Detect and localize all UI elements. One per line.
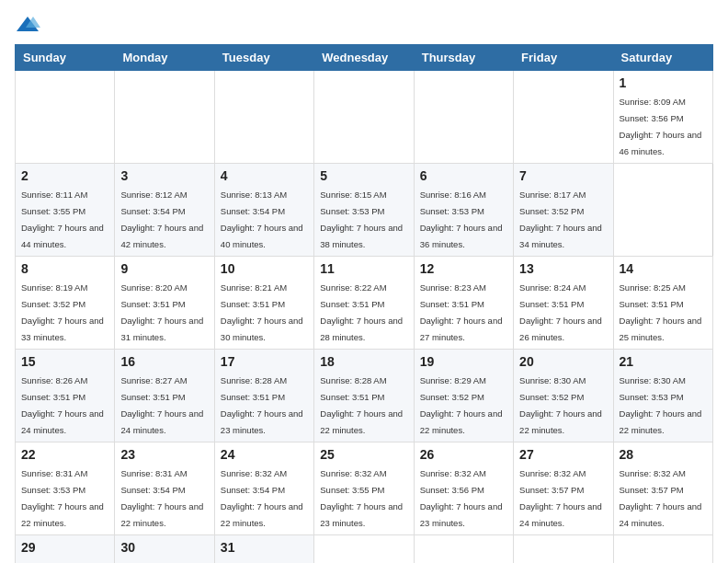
day-cell: 30Sunrise: 8:32 AMSunset: 3:59 PMDayligh… — [115, 535, 214, 564]
day-number: 1 — [620, 75, 707, 90]
day-info: Sunrise: 8:29 AMSunset: 3:52 PMDaylight:… — [420, 375, 503, 435]
day-cell: 31Sunrise: 8:32 AMSunset: 4:00 PMDayligh… — [214, 535, 313, 564]
day-cell: 18Sunrise: 8:28 AMSunset: 3:51 PMDayligh… — [314, 350, 414, 442]
empty-day-cell — [414, 71, 513, 164]
day-number: 16 — [120, 354, 208, 369]
empty-day-cell — [514, 71, 613, 164]
calendar-week-row: 29Sunrise: 8:32 AMSunset: 3:58 PMDayligh… — [16, 535, 713, 564]
empty-day-cell — [514, 535, 613, 564]
calendar-header-row: SundayMondayTuesdayWednesdayThursdayFrid… — [16, 45, 713, 71]
day-cell: 14Sunrise: 8:25 AMSunset: 3:51 PMDayligh… — [613, 257, 712, 350]
day-of-week-header: Saturday — [613, 45, 712, 71]
day-cell: 4Sunrise: 8:13 AMSunset: 3:54 PMDaylight… — [214, 164, 313, 257]
day-of-week-header: Tuesday — [214, 45, 313, 71]
day-cell: 26Sunrise: 8:32 AMSunset: 3:56 PMDayligh… — [414, 442, 513, 535]
day-number: 27 — [519, 447, 607, 462]
day-info: Sunrise: 8:32 AMSunset: 3:54 PMDaylight:… — [221, 468, 303, 528]
logo — [15, 15, 44, 35]
empty-day-cell — [613, 535, 712, 564]
day-number: 29 — [21, 540, 108, 555]
day-info: Sunrise: 8:32 AMSunset: 3:55 PMDaylight:… — [320, 468, 403, 528]
day-cell: 17Sunrise: 8:28 AMSunset: 3:51 PMDayligh… — [214, 350, 313, 442]
day-cell: 6Sunrise: 8:16 AMSunset: 3:53 PMDaylight… — [414, 164, 513, 257]
calendar-week-row: 15Sunrise: 8:26 AMSunset: 3:51 PMDayligh… — [16, 350, 713, 442]
day-cell: 22Sunrise: 8:31 AMSunset: 3:53 PMDayligh… — [16, 442, 115, 535]
logo-icon — [15, 15, 40, 35]
day-number: 21 — [620, 354, 707, 369]
day-number: 17 — [221, 354, 308, 369]
empty-day-cell — [115, 71, 214, 164]
day-number: 19 — [420, 354, 507, 369]
day-info: Sunrise: 8:20 AMSunset: 3:51 PMDaylight:… — [120, 282, 203, 342]
calendar-body: 1Sunrise: 8:09 AMSunset: 3:56 PMDaylight… — [16, 71, 713, 564]
day-cell: 25Sunrise: 8:32 AMSunset: 3:55 PMDayligh… — [314, 442, 414, 535]
day-number: 31 — [221, 540, 308, 555]
day-number: 6 — [420, 168, 507, 183]
day-cell: 19Sunrise: 8:29 AMSunset: 3:52 PMDayligh… — [414, 350, 513, 442]
day-cell: 5Sunrise: 8:15 AMSunset: 3:53 PMDaylight… — [314, 164, 414, 257]
day-cell: 9Sunrise: 8:20 AMSunset: 3:51 PMDaylight… — [115, 257, 214, 350]
day-info: Sunrise: 8:13 AMSunset: 3:54 PMDaylight:… — [221, 190, 303, 249]
day-info: Sunrise: 8:15 AMSunset: 3:53 PMDaylight:… — [320, 190, 403, 249]
calendar-week-row: 2Sunrise: 8:11 AMSunset: 3:55 PMDaylight… — [16, 164, 713, 257]
day-cell: 29Sunrise: 8:32 AMSunset: 3:58 PMDayligh… — [16, 535, 115, 564]
day-info: Sunrise: 8:24 AMSunset: 3:51 PMDaylight:… — [519, 282, 602, 342]
day-number: 3 — [120, 168, 208, 183]
day-number: 11 — [320, 261, 407, 276]
day-info: Sunrise: 8:16 AMSunset: 3:53 PMDaylight:… — [420, 190, 503, 249]
day-of-week-header: Thursday — [414, 45, 513, 71]
day-info: Sunrise: 8:27 AMSunset: 3:51 PMDaylight:… — [120, 375, 203, 435]
day-cell: 16Sunrise: 8:27 AMSunset: 3:51 PMDayligh… — [115, 350, 214, 442]
calendar-week-row: 8Sunrise: 8:19 AMSunset: 3:52 PMDaylight… — [16, 257, 713, 350]
empty-day-cell — [16, 71, 115, 164]
day-cell: 10Sunrise: 8:21 AMSunset: 3:51 PMDayligh… — [214, 257, 313, 350]
day-number: 9 — [120, 261, 208, 276]
day-number: 22 — [21, 447, 108, 462]
day-info: Sunrise: 8:28 AMSunset: 3:51 PMDaylight:… — [221, 375, 303, 435]
day-number: 20 — [519, 354, 607, 369]
day-number: 8 — [21, 261, 108, 276]
day-of-week-header: Friday — [514, 45, 613, 71]
day-number: 13 — [519, 261, 607, 276]
day-cell: 20Sunrise: 8:30 AMSunset: 3:52 PMDayligh… — [514, 350, 613, 442]
empty-day-cell — [314, 535, 414, 564]
day-info: Sunrise: 8:23 AMSunset: 3:51 PMDaylight:… — [420, 282, 503, 342]
day-number: 18 — [320, 354, 407, 369]
day-info: Sunrise: 8:09 AMSunset: 3:56 PMDaylight:… — [620, 97, 702, 156]
day-info: Sunrise: 8:32 AMSunset: 3:57 PMDaylight:… — [519, 468, 602, 528]
day-info: Sunrise: 8:28 AMSunset: 3:51 PMDaylight:… — [320, 375, 403, 435]
day-cell: 23Sunrise: 8:31 AMSunset: 3:54 PMDayligh… — [115, 442, 214, 535]
day-number: 12 — [420, 261, 507, 276]
day-cell: 12Sunrise: 8:23 AMSunset: 3:51 PMDayligh… — [414, 257, 513, 350]
day-number: 14 — [620, 261, 707, 276]
day-of-week-header: Sunday — [16, 45, 115, 71]
day-number: 4 — [221, 168, 308, 183]
calendar-week-row: 1Sunrise: 8:09 AMSunset: 3:56 PMDaylight… — [16, 71, 713, 164]
day-number: 7 — [519, 168, 607, 183]
day-cell: 21Sunrise: 8:30 AMSunset: 3:53 PMDayligh… — [613, 350, 712, 442]
day-cell: 28Sunrise: 8:32 AMSunset: 3:57 PMDayligh… — [613, 442, 712, 535]
day-info: Sunrise: 8:31 AMSunset: 3:54 PMDaylight:… — [120, 468, 203, 528]
day-of-week-header: Wednesday — [314, 45, 414, 71]
day-number: 23 — [120, 447, 208, 462]
day-info: Sunrise: 8:31 AMSunset: 3:53 PMDaylight:… — [21, 468, 104, 528]
day-number: 28 — [620, 447, 707, 462]
day-info: Sunrise: 8:12 AMSunset: 3:54 PMDaylight:… — [120, 190, 203, 249]
day-cell: 8Sunrise: 8:19 AMSunset: 3:52 PMDaylight… — [16, 257, 115, 350]
day-cell: 13Sunrise: 8:24 AMSunset: 3:51 PMDayligh… — [514, 257, 613, 350]
day-info: Sunrise: 8:19 AMSunset: 3:52 PMDaylight:… — [21, 282, 104, 342]
day-cell: 15Sunrise: 8:26 AMSunset: 3:51 PMDayligh… — [16, 350, 115, 442]
day-info: Sunrise: 8:30 AMSunset: 3:52 PMDaylight:… — [519, 375, 602, 435]
day-cell: 27Sunrise: 8:32 AMSunset: 3:57 PMDayligh… — [514, 442, 613, 535]
day-cell: 24Sunrise: 8:32 AMSunset: 3:54 PMDayligh… — [214, 442, 313, 535]
day-cell: 3Sunrise: 8:12 AMSunset: 3:54 PMDaylight… — [115, 164, 214, 257]
day-cell: 2Sunrise: 8:11 AMSunset: 3:55 PMDaylight… — [16, 164, 115, 257]
day-number: 30 — [120, 540, 208, 555]
day-cell: 1Sunrise: 8:09 AMSunset: 3:56 PMDaylight… — [613, 71, 712, 164]
day-info: Sunrise: 8:32 AMSunset: 3:57 PMDaylight:… — [620, 468, 702, 528]
empty-day-cell — [214, 71, 313, 164]
day-info: Sunrise: 8:17 AMSunset: 3:52 PMDaylight:… — [519, 190, 602, 249]
day-info: Sunrise: 8:22 AMSunset: 3:51 PMDaylight:… — [320, 282, 403, 342]
day-number: 24 — [221, 447, 308, 462]
day-number: 10 — [221, 261, 308, 276]
